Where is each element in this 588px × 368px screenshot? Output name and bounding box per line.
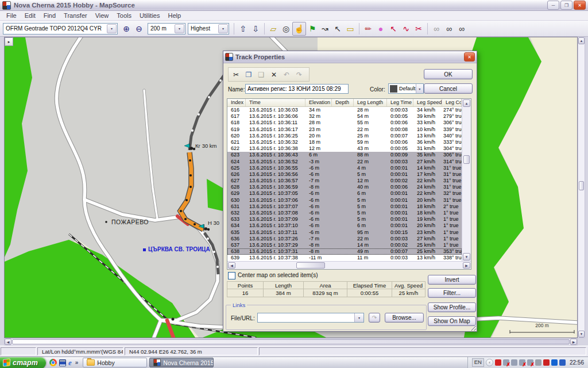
table-row[interactable]: 62313.6.2015 г. 10:36:436 m88 m0:00:0935… [227,152,462,158]
bluetooth-tray-icon[interactable] [551,359,558,366]
messenger-tray-icon[interactable] [559,359,566,366]
cancel-button[interactable]: Cancel [424,83,473,94]
table-row[interactable]: 63913.6.2015 г. 10:37:38-11 m11 m0:00:03… [227,255,462,261]
paste-icon[interactable]: ❑ [255,69,268,80]
partition-tray-icon[interactable] [543,359,550,366]
filter-button[interactable]: Filter... [428,288,476,298]
color-combo[interactable]: Default ▾ [388,83,424,94]
zoom-out-icon[interactable]: ⊖ [133,22,145,35]
column-header-index[interactable]: Index [227,99,246,106]
track-name-input[interactable] [245,84,349,94]
hscroll-thumb[interactable] [12,339,570,344]
column-header-course[interactable]: Leg Co [442,99,462,106]
wireless-tray-icon[interactable] [511,359,517,366]
measure-tool-icon[interactable]: ▭ [344,22,357,35]
table-row[interactable]: 63413.6.2015 г. 10:37:10-6 m6 m0:00:0120… [227,223,462,229]
selection-tool-icon[interactable]: ↖ [331,22,344,35]
table-row[interactable]: 62613.6.2015 г. 10:36:56-6 m5 m0:00:0117… [227,171,462,178]
erase-track-tool-icon[interactable]: ● [374,22,387,35]
cut-icon[interactable]: ✂ [230,69,242,80]
table-row[interactable]: 62913.6.2015 г. 10:37:05-6 m6 m0:00:0122… [227,190,462,197]
scroll-right-icon[interactable]: ▶ [463,262,470,269]
scroll-down-icon[interactable]: ▼ [463,253,470,260]
network-disabled-tray-icon-3[interactable]: ✗ [527,359,533,366]
table-row[interactable]: 62013.6.2015 г. 10:36:2520 m25 m0:00:071… [227,133,462,139]
table-row[interactable]: 62713.6.2015 г. 10:36:57-7 m12 m0:00:022… [227,178,462,184]
table-horizontal-scrollbar[interactable]: ◀ ▶ [227,261,471,269]
chevron-down-icon[interactable]: ▾ [218,24,228,33]
table-row[interactable]: 63113.6.2015 г. 10:37:07-6 m5 m0:00:0118… [227,204,462,210]
copy-icon[interactable]: ❐ [242,69,255,80]
dialog-close-icon[interactable]: ✕ [464,52,475,62]
map-vertical-scrollbar[interactable]: ▲ ▼ [578,37,585,338]
select-track-tool-icon[interactable]: ↖ [387,22,400,35]
column-header-leg_time[interactable]: Leg Time [387,99,413,106]
table-hscroll-thumb[interactable] [296,262,325,269]
browse-button[interactable]: Browse... [385,313,424,323]
close-button[interactable]: ✕ [574,1,586,10]
track-points-table[interactable]: IndexTimeElevationDepthLeg LengthLeg Tim… [227,98,471,270]
chevron-down-icon[interactable]: ▾ [416,84,423,93]
minimize-button[interactable]: ─ [547,1,559,10]
column-header-depth[interactable]: Depth [332,99,354,106]
chevron-down-icon[interactable]: ▾ [175,24,184,33]
undo-icon[interactable]: ↶ [280,69,293,80]
show-profile-button[interactable]: Show Profile... [428,302,476,312]
save-icon[interactable] [59,359,66,366]
start-button[interactable]: старт [0,357,46,368]
scroll-left-icon[interactable]: ◀ [5,339,11,345]
zoom-tool-icon[interactable]: ◎ [280,22,292,35]
invert-button[interactable]: Invert [428,275,476,285]
map-horizontal-scrollbar[interactable]: ◀ ▶ [4,338,578,346]
table-row[interactable]: 62213.6.2015 г. 10:36:3812 m43 m0:00:053… [227,145,462,152]
join-track-tool-icon[interactable]: ∿ [400,22,412,35]
tray-collapse-icon[interactable]: ‹ [486,359,493,366]
scroll-up-icon[interactable]: ▲ [463,99,470,107]
route-tool-icon[interactable]: ↝ [319,22,331,35]
table-row[interactable]: 62813.6.2015 г. 10:36:59-8 m40 m0:00:062… [227,184,462,190]
table-row[interactable]: 62413.6.2015 г. 10:36:52-3 m22 m0:00:032… [227,159,462,165]
table-row[interactable]: 61713.6.2015 г. 10:36:0632 m54 m0:00:053… [227,113,462,120]
center-map-checkbox[interactable] [228,272,235,279]
scheduler-tray-icon[interactable] [535,359,541,366]
table-row[interactable]: 62513.6.2015 г. 10:36:55-6 m4 m0:00:0114… [227,165,462,171]
find-recent-tool-icon[interactable]: ∞ [455,22,468,35]
menu-edit[interactable]: Edit [21,12,40,20]
antivirus-tray-icon[interactable] [495,359,501,366]
table-row[interactable]: 63613.6.2015 г. 10:37:26-7 m22 m0:00:032… [227,236,462,242]
menu-tools[interactable]: Tools [113,12,136,20]
table-header-row[interactable]: IndexTimeElevationDepthLeg LengthLeg Tim… [227,99,462,107]
zoom-in-icon[interactable]: ⊕ [120,22,133,35]
menu-find[interactable]: Find [40,12,60,20]
menu-utilities[interactable]: Utilities [136,12,164,20]
network-disabled-tray-icon-1[interactable]: ✗ [503,359,509,366]
map-product-combo[interactable]: OFRM Geotrade TOPO 2012Q4 CYR ▾ [3,23,118,34]
menu-view[interactable]: View [91,12,113,20]
table-row[interactable]: 61913.6.2015 г. 10:36:1723 m22 m0:00:081… [227,126,462,133]
delete-icon[interactable]: ✕ [268,69,280,80]
menu-transfer[interactable]: Transfer [60,12,91,20]
scroll-down-icon[interactable]: ▼ [578,331,585,338]
scroll-up-icon[interactable]: ▲ [578,37,585,44]
scroll-right-icon[interactable]: ▶ [570,339,577,345]
select-map-tool-icon[interactable]: ▱ [267,22,280,35]
network-disabled-tray-icon-2[interactable]: ✗ [519,359,525,366]
find-nearest-tool-icon[interactable]: ∞ [443,22,455,35]
menu-file[interactable]: File [2,12,21,20]
detail-combo[interactable]: Highest ▾ [188,23,229,34]
draw-track-tool-icon[interactable]: ✏ [362,22,374,35]
send-to-device-icon[interactable]: ⇧ [237,22,249,35]
chrome-icon[interactable] [49,359,57,366]
chevron-down-icon[interactable]: ▾ [354,313,363,322]
scroll-left-icon[interactable]: ◀ [228,262,235,269]
table-row[interactable]: 62113.6.2015 г. 10:36:3218 m59 m0:00:063… [227,139,462,145]
redo-icon[interactable]: ↷ [293,69,305,80]
menu-help[interactable]: Help [164,12,185,20]
column-header-len[interactable]: Leg Length [354,99,387,106]
open-link-icon[interactable]: ↷ [369,313,380,323]
taskbar-button-hobby[interactable]: Hobby [83,358,147,367]
restore-button[interactable]: ❐ [560,1,572,10]
find-tool-icon[interactable]: ∞ [430,22,443,35]
zoom-scale-combo[interactable]: 200 m ▾ [148,23,185,34]
column-header-elev[interactable]: Elevation [305,99,332,106]
